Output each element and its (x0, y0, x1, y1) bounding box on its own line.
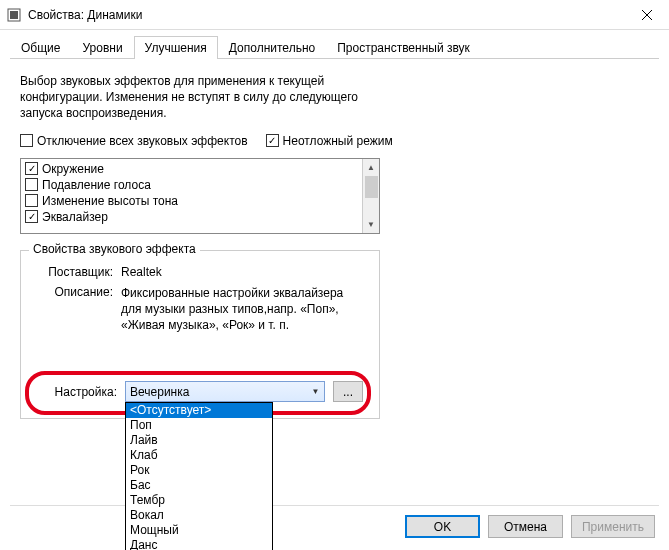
tab-strip: Общие Уровни Улучшения Дополнительно Про… (0, 30, 669, 59)
effect-label: Окружение (42, 162, 104, 176)
ok-button[interactable]: OK (405, 515, 480, 538)
provider-label: Поставщик: (33, 265, 121, 279)
effect-label: Эквалайзер (42, 210, 108, 224)
setting-more-button[interactable]: ... (333, 381, 363, 402)
checkbox-icon: ✓ (25, 162, 38, 175)
setting-dropdown[interactable]: Вечеринка ▼ (125, 381, 325, 402)
dropdown-option[interactable]: <Отсутствует> (126, 403, 272, 418)
dropdown-option[interactable]: Вокал (126, 508, 272, 523)
provider-row: Поставщик: Realtek (33, 265, 367, 279)
dropdown-option[interactable]: Бас (126, 478, 272, 493)
scrollbar[interactable]: ▲ ▼ (362, 159, 379, 233)
effect-item[interactable]: ✓Окружение (23, 161, 360, 177)
dropdown-option[interactable]: Клаб (126, 448, 272, 463)
scroll-thumb[interactable] (365, 176, 378, 198)
tab-content: Выбор звуковых эффектов для применения к… (0, 59, 669, 429)
disable-all-effects-checkbox[interactable]: Отключение всех звуковых эффектов (20, 134, 248, 148)
immediate-label: Неотложный режим (283, 134, 393, 148)
top-check-row: Отключение всех звуковых эффектов ✓ Неот… (20, 134, 649, 148)
scroll-down-icon[interactable]: ▼ (363, 216, 379, 233)
checkbox-icon: ✓ (266, 134, 279, 147)
titlebar: Свойства: Динамики (0, 0, 669, 30)
effect-label: Изменение высоты тона (42, 194, 178, 208)
description-row: Описание: Фиксированные настройки эквала… (33, 285, 367, 334)
cancel-button[interactable]: Отмена (488, 515, 563, 538)
checkbox-icon: ✓ (25, 210, 38, 223)
apply-button[interactable]: Применить (571, 515, 655, 538)
setting-label: Настройка: (33, 385, 117, 399)
effect-label: Подавление голоса (42, 178, 151, 192)
close-button[interactable] (624, 0, 669, 30)
scroll-up-icon[interactable]: ▲ (363, 159, 379, 176)
dropdown-option[interactable]: Мощный (126, 523, 272, 538)
ellipsis-label: ... (343, 385, 353, 399)
setting-selected: Вечеринка (130, 385, 189, 399)
effect-properties-group: Свойства звукового эффекта Поставщик: Re… (20, 250, 380, 420)
setting-dropdown-list[interactable]: <Отсутствует>ПопЛайвКлабРокБасТембрВокал… (125, 402, 273, 550)
checkbox-icon (25, 194, 38, 207)
disable-all-label: Отключение всех звуковых эффектов (37, 134, 248, 148)
checkbox-icon (20, 134, 33, 147)
description-value: Фиксированные настройки эквалайзера для … (121, 285, 367, 334)
tab-advanced[interactable]: Дополнительно (218, 36, 326, 59)
dropdown-option[interactable]: Рок (126, 463, 272, 478)
dropdown-option[interactable]: Тембр (126, 493, 272, 508)
separator (10, 505, 659, 506)
close-icon (642, 10, 652, 20)
group-legend: Свойства звукового эффекта (29, 242, 200, 256)
setting-row: Настройка: Вечеринка ▼ ... (33, 381, 363, 402)
ok-label: OK (434, 520, 451, 534)
apply-label: Применить (582, 520, 644, 534)
effect-item[interactable]: Подавление голоса (23, 177, 360, 193)
app-icon (6, 7, 22, 23)
tab-general[interactable]: Общие (10, 36, 71, 59)
immediate-mode-checkbox[interactable]: ✓ Неотложный режим (266, 134, 393, 148)
dropdown-option[interactable]: Поп (126, 418, 272, 433)
chevron-down-icon: ▼ (307, 382, 324, 401)
dropdown-option[interactable]: Лайв (126, 433, 272, 448)
svg-rect-1 (10, 11, 18, 19)
dropdown-option[interactable]: Данс (126, 538, 272, 550)
setting-area: Настройка: Вечеринка ▼ ... <Отсутствует>… (33, 381, 363, 402)
effects-listbox: ✓ОкружениеПодавление голосаИзменение выс… (20, 158, 380, 234)
cancel-label: Отмена (504, 520, 547, 534)
dialog-button-bar: OK Отмена Применить (405, 515, 655, 538)
provider-value: Realtek (121, 265, 367, 279)
window-title: Свойства: Динамики (28, 8, 142, 22)
effect-item[interactable]: ✓Эквалайзер (23, 209, 360, 225)
description-label: Описание: (33, 285, 121, 334)
tab-spatial[interactable]: Пространственный звук (326, 36, 481, 59)
checkbox-icon (25, 178, 38, 191)
effects-list[interactable]: ✓ОкружениеПодавление голосаИзменение выс… (21, 159, 362, 233)
intro-text: Выбор звуковых эффектов для применения к… (20, 73, 390, 122)
effect-item[interactable]: Изменение высоты тона (23, 193, 360, 209)
tab-levels[interactable]: Уровни (71, 36, 133, 59)
tab-enhancements[interactable]: Улучшения (134, 36, 218, 59)
